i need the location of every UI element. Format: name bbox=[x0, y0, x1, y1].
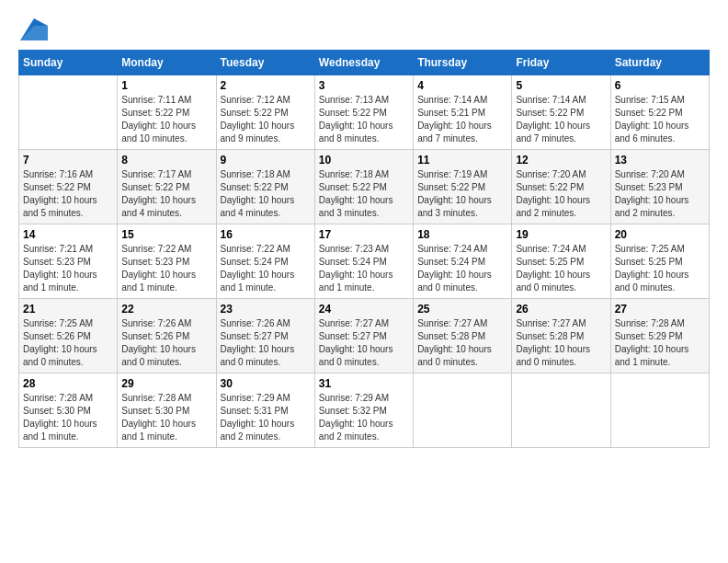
calendar-cell bbox=[19, 75, 118, 150]
day-number: 3 bbox=[319, 79, 409, 92]
cell-info: Sunrise: 7:13 AMSunset: 5:22 PMDaylight:… bbox=[319, 94, 409, 145]
calendar-cell bbox=[512, 373, 610, 448]
day-number: 14 bbox=[23, 228, 113, 241]
calendar-cell: 31 Sunrise: 7:29 AMSunset: 5:32 PMDaylig… bbox=[314, 373, 413, 448]
calendar-week-row: 28 Sunrise: 7:28 AMSunset: 5:30 PMDaylig… bbox=[19, 373, 710, 448]
calendar-cell: 11 Sunrise: 7:19 AMSunset: 5:22 PMDaylig… bbox=[414, 150, 512, 224]
cell-info: Sunrise: 7:28 AMSunset: 5:29 PMDaylight:… bbox=[615, 317, 705, 369]
day-number: 21 bbox=[23, 303, 113, 316]
day-number: 19 bbox=[516, 228, 606, 241]
cell-info: Sunrise: 7:17 AMSunset: 5:22 PMDaylight:… bbox=[121, 168, 211, 220]
calendar-week-row: 7 Sunrise: 7:16 AMSunset: 5:22 PMDayligh… bbox=[19, 150, 710, 224]
column-header-saturday: Saturday bbox=[610, 51, 709, 75]
calendar-cell: 24 Sunrise: 7:27 AMSunset: 5:27 PMDaylig… bbox=[314, 299, 413, 373]
cell-info: Sunrise: 7:21 AMSunset: 5:23 PMDaylight:… bbox=[23, 243, 113, 294]
cell-info: Sunrise: 7:29 AMSunset: 5:31 PMDaylight:… bbox=[221, 392, 311, 443]
calendar-cell: 18 Sunrise: 7:24 AMSunset: 5:24 PMDaylig… bbox=[414, 224, 512, 299]
cell-info: Sunrise: 7:26 AMSunset: 5:26 PMDaylight:… bbox=[121, 317, 211, 369]
cell-info: Sunrise: 7:14 AMSunset: 5:22 PMDaylight:… bbox=[516, 94, 606, 145]
calendar-cell: 19 Sunrise: 7:24 AMSunset: 5:25 PMDaylig… bbox=[512, 224, 610, 299]
day-number: 5 bbox=[516, 79, 606, 92]
day-number: 28 bbox=[23, 377, 113, 390]
cell-info: Sunrise: 7:14 AMSunset: 5:21 PMDaylight:… bbox=[417, 94, 507, 145]
cell-info: Sunrise: 7:28 AMSunset: 5:30 PMDaylight:… bbox=[121, 392, 211, 443]
day-number: 23 bbox=[221, 303, 311, 316]
day-number: 30 bbox=[221, 377, 311, 390]
day-number: 29 bbox=[121, 377, 211, 390]
cell-info: Sunrise: 7:16 AMSunset: 5:22 PMDaylight:… bbox=[23, 168, 113, 220]
calendar-cell: 17 Sunrise: 7:23 AMSunset: 5:24 PMDaylig… bbox=[314, 224, 413, 299]
cell-info: Sunrise: 7:20 AMSunset: 5:22 PMDaylight:… bbox=[516, 168, 606, 220]
cell-info: Sunrise: 7:27 AMSunset: 5:28 PMDaylight:… bbox=[417, 317, 507, 369]
cell-info: Sunrise: 7:15 AMSunset: 5:22 PMDaylight:… bbox=[615, 94, 705, 145]
calendar-cell: 22 Sunrise: 7:26 AMSunset: 5:26 PMDaylig… bbox=[118, 299, 216, 373]
calendar-cell: 26 Sunrise: 7:27 AMSunset: 5:28 PMDaylig… bbox=[512, 299, 610, 373]
day-number: 13 bbox=[615, 154, 705, 167]
column-header-friday: Friday bbox=[512, 51, 610, 75]
cell-info: Sunrise: 7:11 AMSunset: 5:22 PMDaylight:… bbox=[121, 94, 211, 145]
cell-info: Sunrise: 7:24 AMSunset: 5:24 PMDaylight:… bbox=[417, 243, 507, 294]
day-number: 8 bbox=[121, 154, 211, 167]
calendar-cell: 16 Sunrise: 7:22 AMSunset: 5:24 PMDaylig… bbox=[216, 224, 314, 299]
day-number: 27 bbox=[615, 303, 705, 316]
day-number: 25 bbox=[417, 303, 507, 316]
cell-info: Sunrise: 7:28 AMSunset: 5:30 PMDaylight:… bbox=[23, 392, 113, 443]
day-number: 2 bbox=[221, 79, 311, 92]
day-number: 1 bbox=[121, 79, 211, 92]
cell-info: Sunrise: 7:20 AMSunset: 5:23 PMDaylight:… bbox=[615, 168, 705, 220]
day-number: 31 bbox=[319, 377, 409, 390]
day-number: 11 bbox=[417, 154, 507, 167]
day-number: 6 bbox=[615, 79, 705, 92]
calendar-cell: 5 Sunrise: 7:14 AMSunset: 5:22 PMDayligh… bbox=[512, 75, 610, 150]
logo-icon bbox=[20, 18, 48, 40]
cell-info: Sunrise: 7:22 AMSunset: 5:24 PMDaylight:… bbox=[221, 243, 311, 294]
cell-info: Sunrise: 7:27 AMSunset: 5:27 PMDaylight:… bbox=[319, 317, 409, 369]
calendar-cell: 15 Sunrise: 7:22 AMSunset: 5:23 PMDaylig… bbox=[118, 224, 216, 299]
calendar-cell: 28 Sunrise: 7:28 AMSunset: 5:30 PMDaylig… bbox=[19, 373, 118, 448]
calendar-cell: 7 Sunrise: 7:16 AMSunset: 5:22 PMDayligh… bbox=[19, 150, 118, 224]
calendar-cell: 12 Sunrise: 7:20 AMSunset: 5:22 PMDaylig… bbox=[512, 150, 610, 224]
svg-marker-1 bbox=[20, 26, 48, 40]
calendar-header-row: SundayMondayTuesdayWednesdayThursdayFrid… bbox=[19, 51, 710, 75]
cell-info: Sunrise: 7:24 AMSunset: 5:25 PMDaylight:… bbox=[516, 243, 606, 294]
day-number: 12 bbox=[516, 154, 606, 167]
cell-info: Sunrise: 7:25 AMSunset: 5:25 PMDaylight:… bbox=[615, 243, 705, 294]
column-header-tuesday: Tuesday bbox=[216, 51, 314, 75]
cell-info: Sunrise: 7:12 AMSunset: 5:22 PMDaylight:… bbox=[221, 94, 311, 145]
column-header-sunday: Sunday bbox=[19, 51, 118, 75]
calendar-cell: 29 Sunrise: 7:28 AMSunset: 5:30 PMDaylig… bbox=[118, 373, 216, 448]
calendar-cell: 3 Sunrise: 7:13 AMSunset: 5:22 PMDayligh… bbox=[314, 75, 413, 150]
calendar-cell: 20 Sunrise: 7:25 AMSunset: 5:25 PMDaylig… bbox=[610, 224, 709, 299]
calendar-table: SundayMondayTuesdayWednesdayThursdayFrid… bbox=[18, 50, 710, 448]
calendar-cell: 14 Sunrise: 7:21 AMSunset: 5:23 PMDaylig… bbox=[19, 224, 118, 299]
cell-info: Sunrise: 7:26 AMSunset: 5:27 PMDaylight:… bbox=[221, 317, 311, 369]
day-number: 7 bbox=[23, 154, 113, 167]
calendar-cell: 13 Sunrise: 7:20 AMSunset: 5:23 PMDaylig… bbox=[610, 150, 709, 224]
day-number: 10 bbox=[319, 154, 409, 167]
cell-info: Sunrise: 7:29 AMSunset: 5:32 PMDaylight:… bbox=[319, 392, 409, 443]
calendar-cell: 25 Sunrise: 7:27 AMSunset: 5:28 PMDaylig… bbox=[414, 299, 512, 373]
calendar-week-row: 14 Sunrise: 7:21 AMSunset: 5:23 PMDaylig… bbox=[19, 224, 710, 299]
logo bbox=[18, 18, 48, 40]
calendar-week-row: 1 Sunrise: 7:11 AMSunset: 5:22 PMDayligh… bbox=[19, 75, 710, 150]
cell-info: Sunrise: 7:23 AMSunset: 5:24 PMDaylight:… bbox=[319, 243, 409, 294]
day-number: 26 bbox=[516, 303, 606, 316]
column-header-thursday: Thursday bbox=[414, 51, 512, 75]
calendar-cell: 21 Sunrise: 7:25 AMSunset: 5:26 PMDaylig… bbox=[19, 299, 118, 373]
cell-info: Sunrise: 7:27 AMSunset: 5:28 PMDaylight:… bbox=[516, 317, 606, 369]
calendar-cell: 27 Sunrise: 7:28 AMSunset: 5:29 PMDaylig… bbox=[610, 299, 709, 373]
day-number: 4 bbox=[417, 79, 507, 92]
calendar-cell: 30 Sunrise: 7:29 AMSunset: 5:31 PMDaylig… bbox=[216, 373, 314, 448]
day-number: 22 bbox=[121, 303, 211, 316]
calendar-cell: 9 Sunrise: 7:18 AMSunset: 5:22 PMDayligh… bbox=[216, 150, 314, 224]
calendar-cell bbox=[610, 373, 709, 448]
cell-info: Sunrise: 7:18 AMSunset: 5:22 PMDaylight:… bbox=[221, 168, 311, 220]
calendar-week-row: 21 Sunrise: 7:25 AMSunset: 5:26 PMDaylig… bbox=[19, 299, 710, 373]
day-number: 15 bbox=[121, 228, 211, 241]
cell-info: Sunrise: 7:19 AMSunset: 5:22 PMDaylight:… bbox=[417, 168, 507, 220]
column-header-monday: Monday bbox=[118, 51, 216, 75]
cell-info: Sunrise: 7:25 AMSunset: 5:26 PMDaylight:… bbox=[23, 317, 113, 369]
day-number: 16 bbox=[221, 228, 311, 241]
calendar-cell: 8 Sunrise: 7:17 AMSunset: 5:22 PMDayligh… bbox=[118, 150, 216, 224]
calendar-cell: 2 Sunrise: 7:12 AMSunset: 5:22 PMDayligh… bbox=[216, 75, 314, 150]
